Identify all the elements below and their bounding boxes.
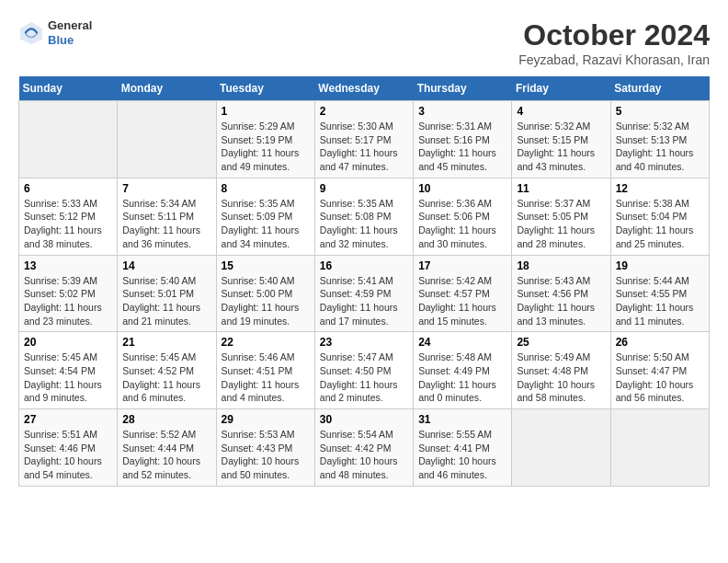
- weekday-header: Wednesday: [314, 76, 413, 101]
- day-info: Sunrise: 5:54 AMSunset: 4:42 PMDaylight:…: [320, 428, 408, 482]
- day-number: 28: [122, 413, 210, 426]
- day-info: Sunrise: 5:37 AMSunset: 5:05 PMDaylight:…: [517, 197, 605, 251]
- calendar-cell: 12Sunrise: 5:38 AMSunset: 5:04 PMDayligh…: [610, 178, 709, 255]
- calendar-cell: [610, 409, 709, 487]
- location-title: Feyzabad, Razavi Khorasan, Iran: [518, 52, 710, 67]
- calendar-week-row: 27Sunrise: 5:51 AMSunset: 4:46 PMDayligh…: [19, 409, 710, 487]
- calendar-cell: 13Sunrise: 5:39 AMSunset: 5:02 PMDayligh…: [19, 255, 118, 332]
- day-info: Sunrise: 5:36 AMSunset: 5:06 PMDaylight:…: [418, 197, 506, 251]
- day-number: 20: [24, 336, 112, 349]
- calendar-cell: 19Sunrise: 5:44 AMSunset: 4:55 PMDayligh…: [610, 255, 709, 332]
- calendar-cell: 23Sunrise: 5:47 AMSunset: 4:50 PMDayligh…: [314, 332, 413, 409]
- day-info: Sunrise: 5:35 AMSunset: 5:08 PMDaylight:…: [320, 197, 408, 251]
- calendar-cell: 5Sunrise: 5:32 AMSunset: 5:13 PMDaylight…: [610, 101, 709, 178]
- day-info: Sunrise: 5:46 AMSunset: 4:51 PMDaylight:…: [222, 350, 310, 405]
- calendar-cell: [19, 101, 118, 178]
- day-info: Sunrise: 5:40 AMSunset: 5:01 PMDaylight:…: [122, 274, 210, 328]
- calendar-cell: 4Sunrise: 5:32 AMSunset: 5:15 PMDaylight…: [512, 101, 610, 178]
- day-info: Sunrise: 5:45 AMSunset: 4:52 PMDaylight:…: [122, 350, 210, 405]
- calendar-cell: 29Sunrise: 5:53 AMSunset: 4:43 PMDayligh…: [216, 409, 314, 487]
- day-info: Sunrise: 5:44 AMSunset: 4:55 PMDaylight:…: [616, 274, 704, 328]
- calendar-cell: 16Sunrise: 5:41 AMSunset: 4:59 PMDayligh…: [314, 255, 413, 332]
- day-info: Sunrise: 5:43 AMSunset: 4:56 PMDaylight:…: [517, 274, 605, 328]
- calendar-cell: [512, 409, 610, 487]
- day-info: Sunrise: 5:39 AMSunset: 5:02 PMDaylight:…: [24, 274, 112, 328]
- day-number: 23: [320, 336, 408, 349]
- calendar-cell: 8Sunrise: 5:35 AMSunset: 5:09 PMDaylight…: [216, 178, 314, 255]
- logo-icon: [18, 20, 44, 46]
- day-number: 22: [222, 336, 310, 349]
- weekday-header: Monday: [118, 76, 216, 101]
- day-info: Sunrise: 5:52 AMSunset: 4:44 PMDaylight:…: [122, 428, 210, 482]
- day-number: 21: [122, 336, 210, 349]
- calendar-cell: 27Sunrise: 5:51 AMSunset: 4:46 PMDayligh…: [19, 409, 118, 487]
- calendar-cell: 1Sunrise: 5:29 AMSunset: 5:19 PMDaylight…: [216, 101, 314, 178]
- title-block: October 2024 Feyzabad, Razavi Khorasan, …: [518, 18, 710, 67]
- day-info: Sunrise: 5:31 AMSunset: 5:16 PMDaylight:…: [418, 120, 506, 174]
- day-info: Sunrise: 5:47 AMSunset: 4:50 PMDaylight:…: [320, 350, 408, 405]
- day-info: Sunrise: 5:34 AMSunset: 5:11 PMDaylight:…: [122, 197, 210, 251]
- day-number: 12: [616, 182, 704, 195]
- weekday-header: Friday: [512, 76, 610, 101]
- calendar-cell: 6Sunrise: 5:33 AMSunset: 5:12 PMDaylight…: [19, 178, 118, 255]
- day-number: 16: [320, 259, 408, 272]
- day-number: 15: [222, 259, 310, 272]
- day-number: 31: [418, 413, 506, 426]
- calendar-cell: 21Sunrise: 5:45 AMSunset: 4:52 PMDayligh…: [118, 332, 216, 409]
- calendar-cell: 17Sunrise: 5:42 AMSunset: 4:57 PMDayligh…: [414, 255, 512, 332]
- logo-text: General Blue: [48, 18, 92, 47]
- day-number: 14: [122, 259, 210, 272]
- calendar-cell: 9Sunrise: 5:35 AMSunset: 5:08 PMDaylight…: [314, 178, 413, 255]
- calendar-cell: 25Sunrise: 5:49 AMSunset: 4:48 PMDayligh…: [512, 332, 610, 409]
- page-header: General Blue October 2024 Feyzabad, Raza…: [18, 18, 710, 67]
- day-info: Sunrise: 5:51 AMSunset: 4:46 PMDaylight:…: [24, 428, 112, 482]
- weekday-header: Tuesday: [216, 76, 314, 101]
- day-info: Sunrise: 5:55 AMSunset: 4:41 PMDaylight:…: [418, 428, 506, 482]
- logo-blue: Blue: [48, 33, 92, 48]
- calendar-cell: 22Sunrise: 5:46 AMSunset: 4:51 PMDayligh…: [216, 332, 314, 409]
- logo-general: General: [48, 18, 92, 33]
- day-info: Sunrise: 5:53 AMSunset: 4:43 PMDaylight:…: [222, 428, 310, 482]
- calendar-cell: 26Sunrise: 5:50 AMSunset: 4:47 PMDayligh…: [610, 332, 709, 409]
- calendar-cell: 18Sunrise: 5:43 AMSunset: 4:56 PMDayligh…: [512, 255, 610, 332]
- day-info: Sunrise: 5:35 AMSunset: 5:09 PMDaylight:…: [222, 197, 310, 251]
- calendar-table: SundayMondayTuesdayWednesdayThursdayFrid…: [18, 76, 710, 487]
- calendar-cell: 31Sunrise: 5:55 AMSunset: 4:41 PMDayligh…: [414, 409, 512, 487]
- day-number: 19: [616, 259, 704, 272]
- day-info: Sunrise: 5:48 AMSunset: 4:49 PMDaylight:…: [418, 350, 506, 405]
- svg-marker-0: [20, 21, 42, 43]
- month-title: October 2024: [518, 18, 710, 52]
- day-info: Sunrise: 5:38 AMSunset: 5:04 PMDaylight:…: [616, 197, 704, 251]
- day-info: Sunrise: 5:33 AMSunset: 5:12 PMDaylight:…: [24, 197, 112, 251]
- day-number: 3: [418, 105, 506, 118]
- day-info: Sunrise: 5:40 AMSunset: 5:00 PMDaylight:…: [222, 274, 310, 328]
- logo: General Blue: [18, 18, 92, 47]
- calendar-cell: 7Sunrise: 5:34 AMSunset: 5:11 PMDaylight…: [118, 178, 216, 255]
- calendar-cell: 30Sunrise: 5:54 AMSunset: 4:42 PMDayligh…: [314, 409, 413, 487]
- calendar-week-row: 6Sunrise: 5:33 AMSunset: 5:12 PMDaylight…: [19, 178, 710, 255]
- weekday-header: Sunday: [19, 76, 118, 101]
- day-number: 27: [24, 413, 112, 426]
- day-number: 9: [320, 182, 408, 195]
- calendar-cell: 24Sunrise: 5:48 AMSunset: 4:49 PMDayligh…: [414, 332, 512, 409]
- day-number: 10: [418, 182, 506, 195]
- day-info: Sunrise: 5:29 AMSunset: 5:19 PMDaylight:…: [222, 120, 310, 174]
- day-number: 11: [517, 182, 605, 195]
- day-number: 7: [122, 182, 210, 195]
- calendar-cell: 3Sunrise: 5:31 AMSunset: 5:16 PMDaylight…: [414, 101, 512, 178]
- day-number: 25: [517, 336, 605, 349]
- calendar-cell: 28Sunrise: 5:52 AMSunset: 4:44 PMDayligh…: [118, 409, 216, 487]
- calendar-cell: 10Sunrise: 5:36 AMSunset: 5:06 PMDayligh…: [414, 178, 512, 255]
- day-number: 1: [222, 105, 310, 118]
- day-number: 2: [320, 105, 408, 118]
- calendar-cell: 15Sunrise: 5:40 AMSunset: 5:00 PMDayligh…: [216, 255, 314, 332]
- day-number: 13: [24, 259, 112, 272]
- calendar-cell: 14Sunrise: 5:40 AMSunset: 5:01 PMDayligh…: [118, 255, 216, 332]
- day-info: Sunrise: 5:32 AMSunset: 5:13 PMDaylight:…: [616, 120, 704, 174]
- day-number: 26: [616, 336, 704, 349]
- day-info: Sunrise: 5:49 AMSunset: 4:48 PMDaylight:…: [517, 350, 605, 405]
- day-number: 17: [418, 259, 506, 272]
- day-number: 4: [517, 105, 605, 118]
- calendar-week-row: 20Sunrise: 5:45 AMSunset: 4:54 PMDayligh…: [19, 332, 710, 409]
- day-number: 24: [418, 336, 506, 349]
